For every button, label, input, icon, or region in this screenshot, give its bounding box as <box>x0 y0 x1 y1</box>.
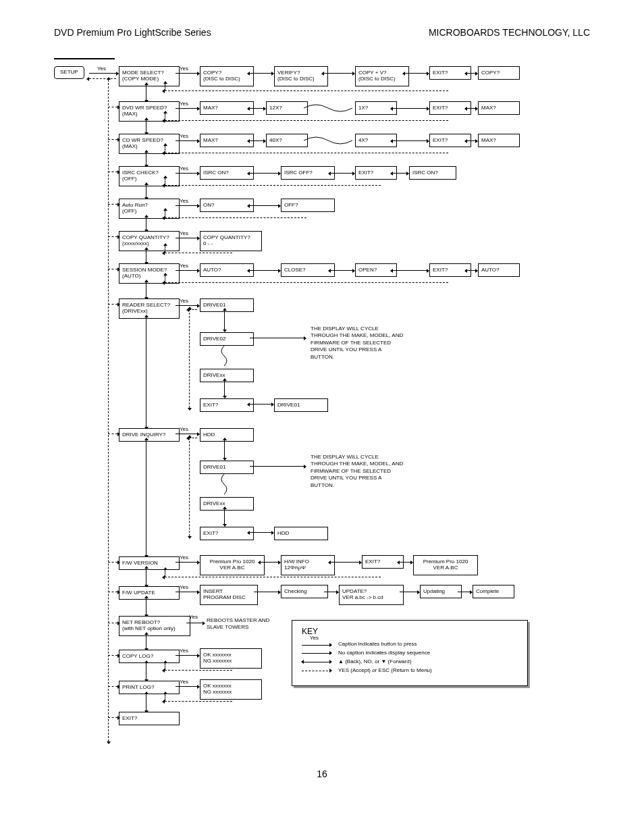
printlog-menu: PRINT LOG? <box>119 681 180 694</box>
flow-diagram: SETUP Yes MODE SELECT?(COPY MODE) Yes CO… <box>54 66 590 755</box>
session-menu: SESSION MODE?(AUTO) <box>119 263 180 284</box>
mode-select-menu: MODE SELECT?(COPY MODE) <box>119 66 180 86</box>
key-text-1: Caption indicates button to press <box>338 642 417 648</box>
cycle-note-2: THE DISPLAY WILL CYCLE THROUGH THE MAKE,… <box>311 454 405 489</box>
cd-speed-menu: CD WR SPEED?(MAX) <box>119 134 180 154</box>
reader-menu: READER SELECT?(DRIVExx) <box>119 298 180 319</box>
key-arrow-dashed <box>302 668 331 673</box>
inquiry-menu: DRIVE INQUIRY? <box>119 428 180 442</box>
fwu-menu: F/W UPDATE <box>119 586 180 600</box>
key-arrow-plain <box>302 650 331 656</box>
yes-label: Yes <box>97 66 106 72</box>
section-underline <box>54 58 115 59</box>
copylog-menu: COPY LOG? <box>119 650 180 663</box>
fwv-menu: F/W VERSION <box>119 556 180 570</box>
exit-menu: EXIT? <box>119 712 180 725</box>
key-legend: KEY Yes Caption indicates button to pres… <box>292 620 528 686</box>
netreboot-menu: NET REBOOT?(with NET option only) <box>119 616 190 636</box>
key-arrow-bidir <box>302 659 331 664</box>
key-text-4: YES (Accept) or ESC (Return to Menu) <box>338 668 432 674</box>
doc-title-left: DVD Premium Pro LightScribe Series <box>54 27 211 38</box>
qty-menu: COPY QUANTITY?(xxxx/xxxx) <box>119 231 180 251</box>
setup-box: SETUP <box>54 66 84 79</box>
page-number: 16 <box>54 768 590 779</box>
key-arrow-yes: Yes <box>302 642 331 648</box>
key-text-3: ▲ (Back), NO, or ▼ (Forward) <box>338 659 411 665</box>
key-text-2: No caption indicates display sequence <box>338 650 430 656</box>
dvd-speed-menu: DVD WR SPEED?(MAX) <box>119 101 180 122</box>
doc-title-right: MICROBOARDS TECHNOLOGY, LLC <box>429 27 590 38</box>
autorun-menu: Auto Run?(OFF) <box>119 199 180 219</box>
cycle-note-1: THE DISPLAY WILL CYCLE THROUGH THE MAKE,… <box>311 325 405 361</box>
key-title: KEY <box>302 627 518 636</box>
isrc-menu: ISRC CHECK?(OFF) <box>119 166 180 186</box>
